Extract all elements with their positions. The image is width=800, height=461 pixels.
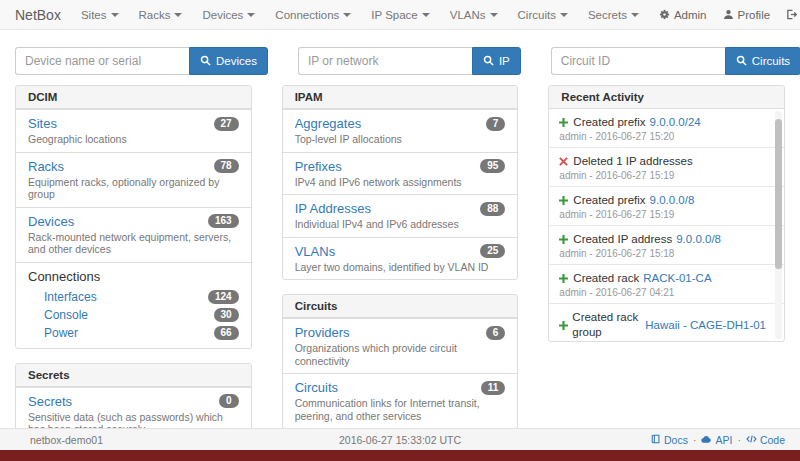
nav-item-devices[interactable]: Devices xyxy=(202,9,255,21)
x-icon xyxy=(559,157,569,166)
power-count-badge: 66 xyxy=(214,326,239,340)
footer-separator: · xyxy=(693,434,697,446)
nav-item-connections[interactable]: Connections xyxy=(275,9,351,21)
connections-interfaces-row: Interfaces 124 xyxy=(28,288,239,306)
list-item-sites: Sites 27 Geographic locations xyxy=(16,109,251,152)
logout-link[interactable]: Log out xyxy=(786,9,800,21)
circuit-search-button[interactable]: Circuits xyxy=(725,47,800,75)
activity-action: Deleted 1 IP addresses xyxy=(573,154,692,169)
nav-item-vlans[interactable]: VLANs xyxy=(450,9,498,21)
bottom-accent-bar xyxy=(0,450,800,461)
sites-count-badge: 27 xyxy=(214,117,239,131)
interfaces-link[interactable]: Interfaces xyxy=(44,290,208,304)
connections-power-row: Power 66 xyxy=(28,324,239,342)
activity-object-link[interactable]: RACK-01-CA xyxy=(643,271,711,286)
connections-console-row: Console 30 xyxy=(28,306,239,324)
providers-link[interactable]: Providers xyxy=(295,325,486,340)
nav-item-ip-space[interactable]: IP Space xyxy=(371,9,429,21)
activity-row: Created prefix 9.0.0.0/8 admin - 2016-06… xyxy=(549,186,784,225)
footer-links: Docs · API · Code xyxy=(651,434,785,446)
panel-circuits: Circuits Providers 6 Organizations which… xyxy=(282,294,519,429)
devices-count-badge: 163 xyxy=(208,214,239,228)
recent-activity-title: Recent Activity xyxy=(549,86,784,109)
sites-link[interactable]: Sites xyxy=(28,116,214,131)
prefixes-description: IPv4 and IPv6 network assignments xyxy=(295,176,506,189)
device-search-input[interactable] xyxy=(15,47,189,75)
interfaces-count-badge: 124 xyxy=(208,290,239,304)
panel-secrets-title: Secrets xyxy=(16,364,251,387)
activity-object-link[interactable]: 9.0.0.0/24 xyxy=(650,115,701,130)
vlans-count-badge: 25 xyxy=(480,244,505,258)
scrollbar-track xyxy=(775,111,782,339)
gear-icon xyxy=(659,9,670,20)
circuits-link[interactable]: Circuits xyxy=(295,380,481,395)
list-item-ip-addresses: IP Addresses 88 Individual IPv4 and IPv6… xyxy=(283,194,518,237)
column-ipam: IPAM Aggregates 7 Top-level IP allocatio… xyxy=(282,85,519,443)
activity-row: Created IP address 9.0.0.0/8 admin - 201… xyxy=(549,225,784,264)
ip-search-group: IP xyxy=(298,47,521,75)
circuit-search-input[interactable] xyxy=(551,47,725,75)
column-dcim: DCIM Sites 27 Geographic locations Racks… xyxy=(15,85,252,457)
activity-object-link[interactable]: Hawaii - CAGE-DH1-01 xyxy=(645,318,766,333)
ip-search-input[interactable] xyxy=(298,47,472,75)
activity-object-link[interactable]: 9.0.0.0/8 xyxy=(650,193,695,208)
list-item-circuits: Circuits 11 Communication links for Inte… xyxy=(283,373,518,428)
docs-link[interactable]: Docs xyxy=(651,434,688,446)
chevron-down-icon xyxy=(631,13,639,17)
chevron-down-icon xyxy=(422,13,430,17)
providers-count-badge: 6 xyxy=(486,326,506,340)
activity-object-link[interactable]: 9.0.0.0/8 xyxy=(676,232,721,247)
api-link[interactable]: API xyxy=(701,434,732,446)
chevron-down-icon xyxy=(111,13,119,17)
ip-addresses-link[interactable]: IP Addresses xyxy=(295,201,481,216)
chevron-down-icon xyxy=(343,13,351,17)
search-bar: Devices IP Circuits xyxy=(0,30,800,75)
activity-meta: admin - 2016-06-27 04:21 xyxy=(559,287,766,299)
navbar-right: Admin Profile Log out xyxy=(659,9,800,21)
profile-link[interactable]: Profile xyxy=(723,9,771,21)
aggregates-link[interactable]: Aggregates xyxy=(295,116,486,131)
ip-addresses-description: Individual IPv4 and IPv6 addresses xyxy=(295,218,506,231)
activity-row: Deleted 1 IP addresses admin - 2016-06-2… xyxy=(549,147,784,186)
ip-search-button[interactable]: IP xyxy=(472,47,521,75)
activity-action: Created rack xyxy=(573,271,639,286)
chevron-down-icon xyxy=(560,13,568,17)
plus-icon xyxy=(559,118,569,127)
activity-row: Created rack RACK-01-CA admin - 2016-06-… xyxy=(549,264,784,303)
nav-item-secrets[interactable]: Secrets xyxy=(588,9,639,21)
power-link[interactable]: Power xyxy=(44,326,214,340)
nav-item-racks[interactable]: Racks xyxy=(139,9,183,21)
dashboard-content: DCIM Sites 27 Geographic locations Racks… xyxy=(0,75,800,457)
vlans-link[interactable]: VLANs xyxy=(295,244,481,259)
racks-description: Equipment racks, optionally organized by… xyxy=(28,176,239,201)
list-item-prefixes: Prefixes 95 IPv4 and IPv6 network assign… xyxy=(283,152,518,195)
prefixes-link[interactable]: Prefixes xyxy=(295,159,481,174)
brand-logo[interactable]: NetBox xyxy=(15,7,61,23)
scrollbar-thumb[interactable] xyxy=(775,119,782,269)
secrets-link[interactable]: Secrets xyxy=(28,394,219,409)
console-link[interactable]: Console xyxy=(44,308,214,322)
devices-link[interactable]: Devices xyxy=(28,214,208,229)
nav-item-circuits[interactable]: Circuits xyxy=(518,9,568,21)
nav-item-sites[interactable]: Sites xyxy=(81,9,119,21)
vlans-description: Layer two domains, identified by VLAN ID xyxy=(295,261,506,274)
list-item-connections: Connections Interfaces 124 Console 30 Po… xyxy=(16,262,251,348)
circuits-count-badge: 11 xyxy=(481,381,506,395)
prefixes-count-badge: 95 xyxy=(480,159,505,173)
hostname-label: netbox-demo01 xyxy=(15,434,103,446)
racks-link[interactable]: Racks xyxy=(28,159,214,174)
activity-meta: admin - 2016-06-27 15:18 xyxy=(559,248,766,260)
device-search-button[interactable]: Devices xyxy=(189,47,268,75)
chevron-down-icon xyxy=(174,13,182,17)
circuit-search-group: Circuits xyxy=(551,47,800,75)
recent-activity-list: Created prefix 9.0.0.0/24 admin - 2016-0… xyxy=(549,109,784,341)
code-link[interactable]: Code xyxy=(746,434,785,446)
plus-icon xyxy=(559,235,569,244)
circuits-description: Communication links for Internet transit… xyxy=(295,397,506,422)
footer-separator: · xyxy=(737,434,741,446)
admin-link[interactable]: Admin xyxy=(659,9,707,21)
panel-ipam: IPAM Aggregates 7 Top-level IP allocatio… xyxy=(282,85,519,280)
list-item-aggregates: Aggregates 7 Top-level IP allocations xyxy=(283,109,518,152)
activity-action: Created prefix xyxy=(573,115,645,130)
providers-description: Organizations which provide circuit conn… xyxy=(295,342,506,367)
